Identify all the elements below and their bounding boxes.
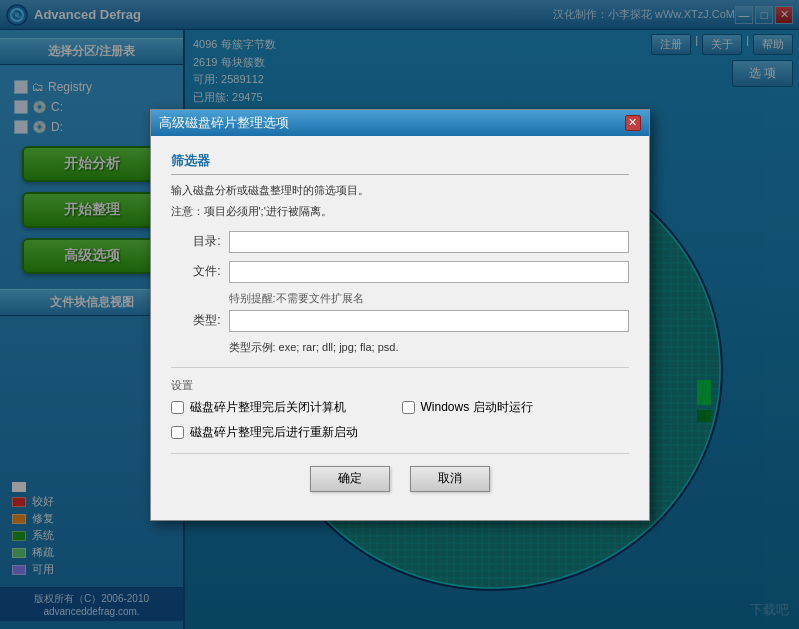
modal-note: 注意：项目必须用';'进行被隔离。 [171,204,629,219]
modal-footer: 确定 取消 [171,453,629,504]
modal-title-bar: 高级磁盘碎片整理选项 ✕ [151,110,649,136]
cancel-button[interactable]: 取消 [410,466,490,492]
file-label: 文件: [171,263,221,280]
settings-title: 设置 [171,378,629,393]
ok-button[interactable]: 确定 [310,466,390,492]
checkbox-label-1: 磁盘碎片整理完后关闭计算机 [190,399,346,416]
file-hint: 特别提醒:不需要文件扩展名 [229,291,629,306]
checkbox-row-2: Windows 启动时运行 [402,399,629,416]
type-hint: 类型示例: exe; rar; dll; jpg; fla; psd. [229,340,629,355]
file-row: 文件: [171,261,629,283]
modal-description: 输入磁盘分析或磁盘整理时的筛选项目。 [171,183,629,198]
modal-close-button[interactable]: ✕ [625,115,641,131]
modal-dialog: 高级磁盘碎片整理选项 ✕ 筛选器 输入磁盘分析或磁盘整理时的筛选项目。 注意：项… [150,109,650,521]
type-label: 类型: [171,312,221,329]
checkbox-reboot[interactable] [171,426,184,439]
settings-section: 设置 磁盘碎片整理完后关闭计算机 Windows 启动时运行 磁盘碎片整理完后进… [171,367,629,445]
modal-body: 筛选器 输入磁盘分析或磁盘整理时的筛选项目。 注意：项目必须用';'进行被隔离。… [151,136,649,520]
checkbox-label-3: 磁盘碎片整理完后进行重新启动 [190,424,358,441]
file-input[interactable] [229,261,629,283]
dir-label: 目录: [171,233,221,250]
modal-title: 高级磁盘碎片整理选项 [159,114,289,132]
type-input[interactable] [229,310,629,332]
dir-input[interactable] [229,231,629,253]
modal-overlay: 高级磁盘碎片整理选项 ✕ 筛选器 输入磁盘分析或磁盘整理时的筛选项目。 注意：项… [0,0,799,629]
checkbox-label-2: Windows 启动时运行 [421,399,533,416]
settings-grid: 磁盘碎片整理完后关闭计算机 Windows 启动时运行 磁盘碎片整理完后进行重新… [171,399,629,445]
checkbox-windows-start[interactable] [402,401,415,414]
checkbox-row-1: 磁盘碎片整理完后关闭计算机 [171,399,398,416]
type-row: 类型: [171,310,629,332]
checkbox-shutdown[interactable] [171,401,184,414]
dir-row: 目录: [171,231,629,253]
filter-section-title: 筛选器 [171,152,629,175]
checkbox-row-3: 磁盘碎片整理完后进行重新启动 [171,424,398,441]
